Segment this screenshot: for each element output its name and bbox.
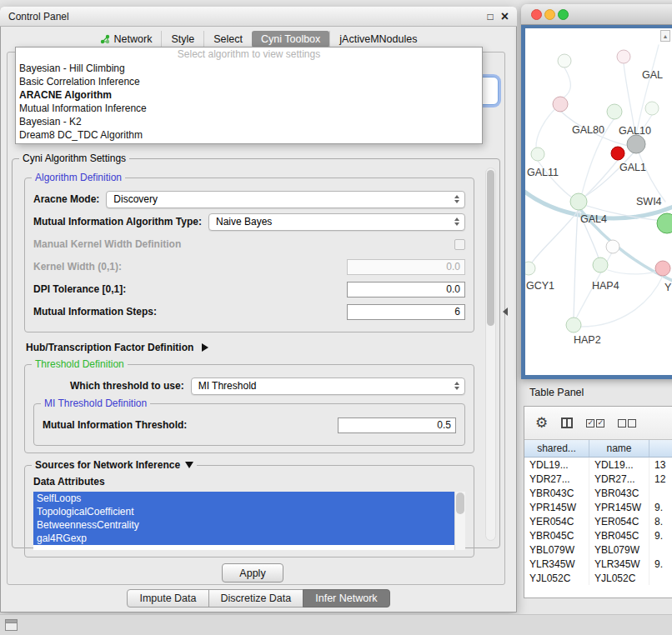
- dpi-tolerance-input[interactable]: 0.0: [347, 282, 465, 298]
- table-row[interactable]: YBL079WYBL079W: [524, 542, 672, 557]
- network-edge[interactable]: [639, 152, 665, 202]
- apply-button[interactable]: Apply: [222, 563, 283, 582]
- panel-collapse-arrow[interactable]: [503, 308, 508, 316]
- mi-type-row: Mutual Information Algorithm Type: Naive…: [33, 212, 465, 231]
- combo-arrows-icon: [452, 382, 462, 390]
- tab-network[interactable]: Network: [91, 31, 162, 48]
- close-traffic-light-icon[interactable]: [531, 9, 542, 20]
- tab-cyni-toolbox[interactable]: Cyni Toolbox: [252, 31, 329, 48]
- close-icon[interactable]: ×: [501, 10, 509, 23]
- table-cell: YBL079W: [524, 542, 589, 557]
- scrollbar-thumb[interactable]: [456, 492, 464, 514]
- deselect-all-icon[interactable]: [618, 419, 636, 428]
- canvas-scroll-button[interactable]: ▲: [660, 30, 670, 42]
- network-node[interactable]: [611, 147, 624, 160]
- mi-threshold-group-title: MI Threshold Definition: [41, 398, 150, 409]
- hub-definition-toggle[interactable]: Hub/Transcription Factor Definition: [26, 339, 474, 356]
- combo-arrows-icon: [452, 195, 462, 203]
- network-edge[interactable]: [584, 160, 618, 198]
- attribute-item-selfloops[interactable]: SelfLoops: [33, 492, 454, 505]
- aracne-mode-select[interactable]: Discovery: [106, 191, 465, 208]
- table-row[interactable]: YDR27...YDR27...12: [524, 472, 672, 486]
- gear-icon[interactable]: ⚙: [535, 414, 548, 432]
- mi-steps-input[interactable]: 6: [347, 304, 465, 320]
- network-node[interactable]: [531, 148, 544, 161]
- table-panel: ⚙ shared...name YDL19...YDL19...13YDR27.…: [524, 406, 672, 598]
- table-row[interactable]: YBR045CYBR045C9.: [524, 528, 672, 542]
- node-label-hap4: HAP4: [592, 280, 619, 292]
- network-node[interactable]: [617, 50, 630, 63]
- table-row[interactable]: YPR145WYPR145W9.: [524, 500, 672, 514]
- minimized-panel-icon[interactable]: [5, 619, 18, 631]
- tab-style[interactable]: Style: [161, 31, 203, 48]
- tab-label: Cyni Toolbox: [261, 33, 320, 45]
- column-header[interactable]: shared...: [524, 440, 589, 457]
- network-node[interactable]: [657, 213, 672, 233]
- settings-scrollbar[interactable]: [485, 168, 496, 541]
- network-node[interactable]: [606, 240, 619, 253]
- minimize-traffic-light-icon[interactable]: [544, 9, 555, 20]
- tab-jactivemnodules[interactable]: jActiveMNodules: [329, 31, 426, 48]
- kernel-width-input[interactable]: 0.0: [347, 259, 465, 275]
- node-label-gal11: GAL11: [527, 167, 559, 178]
- aracne-mode-row: Aracne Mode: Discovery: [33, 190, 465, 208]
- control-panel-titlebar[interactable]: Control Panel □ ×: [0, 7, 517, 27]
- table-row[interactable]: YER054CYER054C8.: [524, 514, 672, 528]
- attributes-scrollbar[interactable]: [454, 492, 465, 550]
- table-toolbar: ⚙: [524, 407, 672, 440]
- attribute-item-betweennesscentrality[interactable]: BetweennessCentrality: [33, 518, 454, 532]
- algorithm-list-items: Bayesian - Hill ClimbingBasic Correlatio…: [16, 62, 482, 142]
- network-node[interactable]: [607, 104, 622, 119]
- network-node[interactable]: [566, 318, 581, 332]
- table-cell: YDL19...: [589, 458, 649, 472]
- network-edge[interactable]: [564, 68, 570, 98]
- data-attributes-list[interactable]: SelfLoopsTopologicalCoefficientBetweenne…: [33, 492, 465, 550]
- network-node[interactable]: [525, 262, 535, 275]
- zoom-traffic-light-icon[interactable]: [558, 9, 569, 20]
- table-cell: 13: [649, 458, 672, 472]
- node-label-gal4: GAL4: [580, 213, 607, 225]
- tab-infer-network[interactable]: Infer Network: [303, 589, 389, 608]
- network-window-titlebar[interactable]: [521, 4, 672, 25]
- attribute-item-gal4rgexp[interactable]: gal4RGexp: [33, 532, 454, 545]
- select-all-icon[interactable]: [586, 419, 604, 428]
- tab-discretize-data[interactable]: Discretize Data: [208, 589, 304, 608]
- scrollbar-thumb[interactable]: [487, 170, 494, 326]
- table-row[interactable]: YJL052CYJL052C: [524, 571, 672, 585]
- algorithm-option-mutual-information-inference[interactable]: Mutual Information Inference: [16, 102, 482, 115]
- network-node[interactable]: [553, 97, 568, 112]
- column-header[interactable]: [649, 440, 672, 457]
- sources-toggle[interactable]: Sources for Network Inference: [32, 459, 197, 471]
- tab-label: Style: [171, 33, 194, 45]
- tab-select[interactable]: Select: [203, 31, 252, 48]
- network-node[interactable]: [558, 54, 571, 68]
- attribute-item-topologicalcoefficient[interactable]: TopologicalCoefficient: [33, 505, 454, 518]
- network-node[interactable]: [627, 135, 645, 153]
- network-node[interactable]: [570, 193, 587, 210]
- node-label-gcy1: GCY1: [526, 280, 554, 292]
- network-edge[interactable]: [574, 210, 578, 318]
- table-row[interactable]: YDL19...YDL19...13: [524, 458, 672, 472]
- float-icon[interactable]: □: [487, 12, 493, 22]
- threshold-definition-title: Threshold Definition: [32, 358, 128, 370]
- tab-impute-data[interactable]: Impute Data: [127, 589, 208, 608]
- column-header[interactable]: name: [589, 440, 649, 457]
- algorithm-option-basic-correlation-inference[interactable]: Basic Correlation Inference: [16, 75, 482, 88]
- columns-icon[interactable]: [561, 418, 573, 428]
- algorithm-option-aracne-algorithm[interactable]: ARACNE Algorithm: [16, 88, 482, 102]
- node-label-y: Y: [664, 282, 672, 293]
- algorithm-option-dream8-dc-tdc-algorithm[interactable]: Dream8 DC_TDC Algorithm: [16, 128, 482, 142]
- network-canvas[interactable]: GALGAL80GAL10GAL11GAL1SWI4GAL4GCY1HAP4YH…: [525, 28, 672, 375]
- mi-threshold-input[interactable]: 0.5: [338, 418, 456, 433]
- table-row[interactable]: YBR043CYBR043C: [524, 486, 672, 500]
- table-row[interactable]: YLR345WYLR345W9.: [524, 557, 672, 571]
- network-edge[interactable]: [532, 210, 579, 262]
- mi-type-select[interactable]: Naive Bayes: [208, 213, 465, 231]
- algorithm-option-bayesian-k2[interactable]: Bayesian - K2: [16, 115, 482, 128]
- algorithm-option-bayesian-hill-climbing[interactable]: Bayesian - Hill Climbing: [16, 62, 482, 75]
- network-node[interactable]: [593, 258, 608, 272]
- network-node[interactable]: [645, 102, 659, 115]
- which-threshold-select[interactable]: MI Threshold: [191, 378, 465, 395]
- manual-kernel-width-checkbox[interactable]: [454, 239, 465, 250]
- network-node[interactable]: [655, 261, 670, 276]
